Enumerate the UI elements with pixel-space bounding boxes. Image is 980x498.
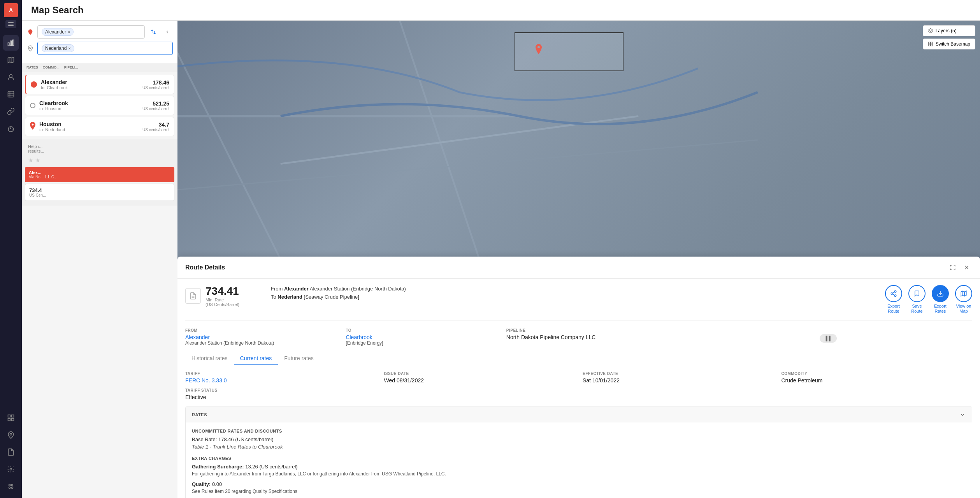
svg-point-9 bbox=[10, 74, 12, 77]
to-icon bbox=[26, 45, 34, 51]
gathering-line: Gathering Surcharge: 13.26 (US cents/bar… bbox=[192, 464, 966, 470]
collapse-button[interactable] bbox=[162, 26, 173, 37]
swap-button[interactable] bbox=[148, 26, 159, 37]
rates-chevron-down-icon bbox=[959, 412, 966, 418]
route-box bbox=[515, 32, 623, 71]
tab-historical[interactable]: Historical rates bbox=[185, 352, 234, 365]
sidebar-item-grid[interactable] bbox=[3, 410, 19, 426]
save-route-icon bbox=[908, 285, 926, 302]
svg-rect-36 bbox=[928, 44, 930, 46]
issue-date-value: Wed 08/31/2022 bbox=[384, 377, 575, 384]
tariff-field: TARIFF FERC No. 3.33.0 bbox=[185, 371, 376, 384]
rate-icon bbox=[185, 288, 201, 304]
from-tag[interactable]: Alexander × bbox=[42, 28, 74, 36]
issue-date-field: ISSUE DATE Wed 08/31/2022 bbox=[384, 371, 575, 384]
expand-button[interactable] bbox=[947, 262, 958, 273]
sidebar-item-apps[interactable] bbox=[3, 479, 19, 494]
bottom-card-title: Alex... bbox=[29, 170, 170, 175]
bottom-card-subtitle: Via No... L.L.C.,... bbox=[29, 175, 170, 179]
pipeline-name: North Dakota Pipeline Company LLC bbox=[506, 334, 812, 340]
route-rate-houston: 34.7 US cents/barrel bbox=[142, 121, 169, 132]
from-description: From Alexander Alexander Station (Enbrid… bbox=[271, 285, 877, 293]
sidebar-toggle[interactable] bbox=[5, 20, 16, 28]
route-item-alexander[interactable]: Alexander to: Clearbrook 178.46 US cents… bbox=[25, 75, 174, 94]
commodity-value: Crude Petroleum bbox=[782, 377, 973, 384]
rates-section: RATES UNCOMMITTED RATES AND DISCOUNTS Ba… bbox=[185, 406, 972, 498]
svg-rect-35 bbox=[931, 42, 933, 44]
panel-body: 734.41 Min. Rate (US Cents/Barrel) From … bbox=[177, 279, 980, 498]
tariff-value: FERC No. 3.33.0 bbox=[185, 377, 376, 384]
bottom-card-red[interactable]: Alex... Via No... L.L.C.,... bbox=[25, 167, 174, 182]
svg-point-43 bbox=[891, 293, 893, 295]
export-route-btn[interactable]: ExportRoute bbox=[885, 285, 902, 314]
bottom-section: Help i... results... ★ ★ Alex... Via No.… bbox=[22, 139, 177, 206]
svg-line-46 bbox=[892, 292, 894, 293]
svg-marker-33 bbox=[928, 28, 933, 32]
basemap-button[interactable]: Switch Basemap bbox=[923, 39, 975, 49]
tab-current[interactable]: Current rates bbox=[234, 352, 278, 365]
route-item-clearbrook[interactable]: Clearbrook to: Houston 521.25 US cents/b… bbox=[25, 96, 174, 115]
sidebar-item-chart[interactable] bbox=[3, 35, 19, 51]
feedback-stars[interactable]: ★ ★ bbox=[25, 155, 174, 165]
sidebar-item-settings[interactable] bbox=[3, 461, 19, 477]
svg-rect-17 bbox=[8, 419, 11, 421]
tab-future[interactable]: Future rates bbox=[278, 352, 320, 365]
tariff-status-field: TARIFF STATUS Effective bbox=[185, 388, 972, 400]
sidebar-item-map[interactable] bbox=[3, 52, 19, 68]
from-search-row: Alexander × bbox=[26, 25, 173, 39]
svg-line-45 bbox=[892, 294, 894, 295]
sidebar-item-gauge[interactable] bbox=[3, 121, 19, 136]
bottom-rate-unit: US Cen... bbox=[29, 193, 170, 197]
bottom-rate-value: 734.4 bbox=[29, 187, 170, 193]
to-input[interactable]: Nederland × bbox=[37, 42, 173, 55]
route-list: Alexander to: Clearbrook 178.46 US cents… bbox=[22, 72, 177, 139]
pipeline-label: PIPELI... bbox=[63, 65, 80, 70]
route-info-houston: Houston to: Nederland bbox=[39, 121, 139, 132]
svg-rect-16 bbox=[12, 415, 14, 417]
svg-rect-2 bbox=[8, 25, 14, 26]
svg-rect-1 bbox=[8, 24, 14, 25]
export-route-label: ExportRoute bbox=[887, 304, 900, 314]
route-item-houston[interactable]: Houston to: Nederland 34.7 US cents/barr… bbox=[25, 117, 174, 136]
svg-point-42 bbox=[894, 291, 896, 293]
export-rates-icon bbox=[932, 285, 949, 302]
map-area[interactable]: Layers (5) Switch Basemap Route Details bbox=[177, 21, 980, 498]
rate-summary: 734.41 Min. Rate (US Cents/Barrel) From … bbox=[185, 285, 972, 320]
route-details-panel: Route Details bbox=[177, 257, 980, 498]
bottom-card-white[interactable]: 734.4 US Cen... bbox=[25, 184, 174, 201]
sidebar-item-location[interactable] bbox=[3, 427, 19, 443]
from-input[interactable]: Alexander × bbox=[37, 25, 145, 39]
sidebar-item-table[interactable] bbox=[3, 86, 19, 102]
svg-line-30 bbox=[177, 140, 758, 212]
panel-title: Route Details bbox=[185, 264, 225, 271]
close-button[interactable] bbox=[961, 262, 972, 273]
view-on-map-btn[interactable]: View onMap bbox=[955, 285, 972, 314]
to-section: TO Clearbrook [Enbridge Energy] bbox=[346, 328, 498, 346]
quality-line: Quality: 0.00 bbox=[192, 481, 966, 487]
export-rates-btn[interactable]: ExportRates bbox=[932, 285, 949, 314]
to-tag[interactable]: Nederland × bbox=[42, 44, 74, 52]
rates-header[interactable]: RATES bbox=[186, 407, 972, 422]
to-search-row: Nederland × bbox=[26, 42, 173, 55]
sidebar-item-link[interactable] bbox=[3, 104, 19, 119]
layers-button[interactable]: Layers (5) bbox=[923, 25, 975, 36]
map-controls: Layers (5) Switch Basemap bbox=[923, 25, 975, 49]
sidebar-item-person[interactable] bbox=[3, 69, 19, 85]
pipeline-toggle-section: ▐ ▌ bbox=[820, 328, 972, 346]
route-info-alexander: Alexander to: Clearbrook bbox=[41, 79, 139, 90]
app-logo[interactable]: A bbox=[4, 3, 18, 17]
route-info-clearbrook: Clearbrook to: Houston bbox=[39, 100, 139, 111]
panel-actions bbox=[947, 262, 972, 273]
svg-rect-5 bbox=[12, 40, 14, 46]
rates-tabs: Historical rates Current rates Future ra… bbox=[185, 352, 972, 365]
sidebar-item-doc[interactable] bbox=[3, 444, 19, 460]
pipeline-toggle[interactable]: ▐ ▌ bbox=[820, 334, 837, 343]
to-tag-remove[interactable]: × bbox=[68, 46, 70, 51]
commodity-label: COMMO... bbox=[41, 65, 61, 70]
save-route-btn[interactable]: SaveRoute bbox=[908, 285, 926, 314]
search-section: Alexander × bbox=[22, 21, 177, 63]
from-tag-remove[interactable]: × bbox=[68, 30, 70, 34]
svg-line-28 bbox=[177, 21, 281, 259]
tariff-section: TARIFF FERC No. 3.33.0 ISSUE DATE Wed 08… bbox=[185, 371, 972, 400]
base-rate-line: Base Rate: 178.46 (US cents/barrel) bbox=[192, 436, 966, 442]
